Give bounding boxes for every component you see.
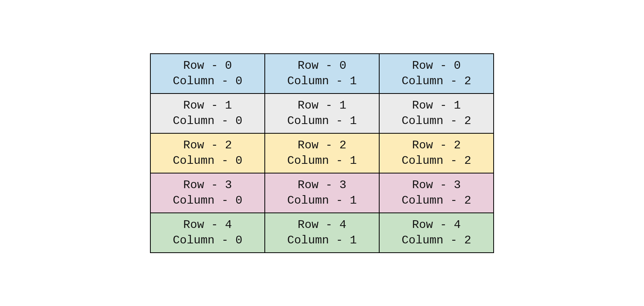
table-cell: Row - 1 Column - 0 [150,94,265,133]
table-row: Row - 2 Column - 0 Row - 2 Column - 1 Ro… [150,133,494,173]
table-row: Row - 1 Column - 0 Row - 1 Column - 1 Ro… [150,94,494,133]
table-cell: Row - 0 Column - 1 [265,54,379,94]
table-cell: Row - 2 Column - 1 [265,133,379,173]
table-cell: Row - 4 Column - 1 [265,213,379,253]
table-cell: Row - 4 Column - 2 [379,213,494,253]
grid-table: Row - 0 Column - 0 Row - 0 Column - 1 Ro… [150,53,494,253]
table-cell: Row - 4 Column - 0 [150,213,265,253]
table-row: Row - 0 Column - 0 Row - 0 Column - 1 Ro… [150,54,494,94]
table-cell: Row - 1 Column - 1 [265,94,379,133]
table-row: Row - 4 Column - 0 Row - 4 Column - 1 Ro… [150,213,494,253]
table-container: Row - 0 Column - 0 Row - 0 Column - 1 Ro… [150,53,494,253]
table-cell: Row - 3 Column - 2 [379,173,494,213]
table-cell: Row - 0 Column - 2 [379,54,494,94]
table-row: Row - 3 Column - 0 Row - 3 Column - 1 Ro… [150,173,494,213]
table-cell: Row - 3 Column - 0 [150,173,265,213]
table-cell: Row - 2 Column - 2 [379,133,494,173]
table-cell: Row - 1 Column - 2 [379,94,494,133]
table-cell: Row - 3 Column - 1 [265,173,379,213]
table-cell: Row - 0 Column - 0 [150,54,265,94]
table-cell: Row - 2 Column - 0 [150,133,265,173]
